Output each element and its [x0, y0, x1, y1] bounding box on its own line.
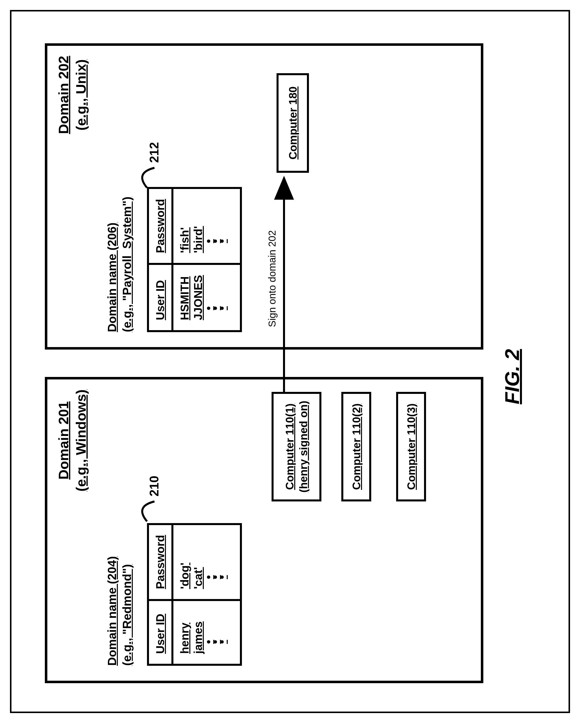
computer-110-2: Computer 110(2)	[341, 392, 371, 501]
dot-icon: •	[212, 611, 218, 644]
dot-icon: •	[206, 199, 211, 243]
dot-icon: •	[219, 611, 225, 644]
d201-users-cell: henry james • • •	[172, 600, 241, 665]
dot-icon: •	[212, 275, 218, 310]
domain-201-box: Domain 201 (e.g., Windows) Domain name (…	[45, 377, 483, 683]
computer-110-1: Computer 110(1) (henry signed on)	[272, 392, 321, 501]
domain-202-title-line1: Domain 202	[55, 56, 71, 134]
domain-201-title-line2: (e.g., Windows)	[73, 389, 89, 492]
signon-arrow-icon	[279, 173, 294, 392]
d202-users-cell: HSMITH JJONES • • •	[172, 264, 241, 331]
d202-col-pwd: Password	[148, 188, 172, 264]
domain-202-title: Domain 202 (e.g., Unix)	[55, 56, 90, 134]
callout-212-label: 212	[147, 142, 161, 163]
domain-201-cred-table: User ID Password henry james • • • 'dog'…	[147, 523, 242, 666]
d201-pwds-cell: 'dog' 'cat' • • •	[172, 524, 241, 600]
d201-col-user: User ID	[148, 600, 172, 665]
domain-202-cred-table: User ID Password HSMITH JJONES • • • 'fi…	[147, 187, 242, 332]
dot-icon: •	[212, 535, 218, 579]
d202-user-1: JJONES	[192, 275, 205, 320]
d202-pwds-cell: 'fish' 'bird' • • •	[172, 188, 241, 264]
d202-pwd-0: 'fish'	[178, 227, 191, 253]
domain-201-name: Domain name (204) (e.g., "Redmond")	[105, 556, 134, 666]
d202-col-user: User ID	[148, 264, 172, 331]
figure-caption: FIG. 2	[501, 349, 524, 404]
dot-icon: •	[219, 535, 225, 579]
domain-202-name-line1: Domain name (206)	[105, 223, 119, 332]
dot-icon: •	[219, 275, 225, 310]
d201-col-pwd: Password	[148, 524, 172, 600]
computer-180: Computer 180	[277, 73, 309, 173]
domain-201-name-line2: (e.g., "Redmond")	[120, 564, 133, 666]
c110-1-line2: (henry signed on)	[297, 398, 310, 495]
c110-3-label: Computer 110(3)	[404, 398, 418, 495]
d201-user-1: james	[192, 621, 205, 654]
domain-201-title-line1: Domain 201	[55, 401, 71, 479]
domain-201-title: Domain 201 (e.g., Windows)	[55, 389, 90, 492]
dot-icon: •	[206, 611, 211, 644]
domain-202-title-line2: (e.g., Unix)	[73, 59, 89, 130]
computer-110-3: Computer 110(3)	[396, 392, 426, 501]
c110-2-label: Computer 110(2)	[350, 398, 363, 495]
diagram-page: Domain 201 (e.g., Windows) Domain name (…	[10, 10, 570, 713]
d202-user-0: HSMITH	[178, 276, 191, 320]
callout-210-label: 210	[147, 476, 161, 496]
d201-pwd-0: 'dog'	[178, 563, 191, 589]
dot-icon: •	[212, 199, 218, 243]
dot-icon: •	[206, 535, 211, 579]
domain-202-name: Domain name (206) (e.g., "Payroll_System…	[105, 197, 134, 332]
c180-label: Computer 180	[286, 80, 300, 166]
rotated-canvas: Domain 201 (e.g., Windows) Domain name (…	[10, 10, 570, 713]
c110-1-line1: Computer 110(1)	[283, 398, 297, 495]
dot-icon: •	[206, 275, 211, 310]
dot-icon: •	[219, 199, 225, 243]
domain-202-name-line2: (e.g., "Payroll_System")	[120, 197, 133, 332]
signon-arrow-label: Sign onto domain 202	[267, 230, 278, 327]
domain-202-box: Domain 202 (e.g., Unix) Domain name (206…	[45, 43, 483, 349]
d201-user-0: henry	[178, 623, 191, 654]
domain-201-name-line1: Domain name (204)	[105, 556, 119, 666]
